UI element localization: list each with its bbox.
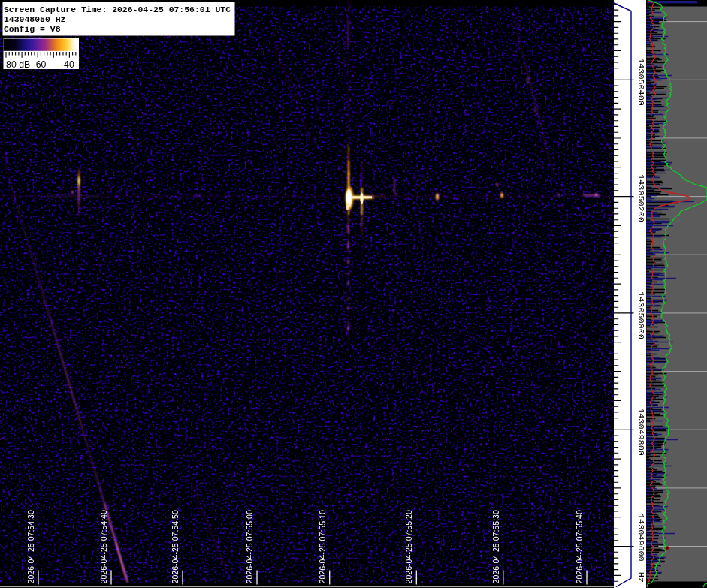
svg-text:2026-04-25 07:55:10: 2026-04-25 07:55:10 <box>318 510 327 583</box>
svg-text:2026-04-25 07:54:50: 2026-04-25 07:54:50 <box>171 510 180 583</box>
svg-text:143050400: 143050400 <box>636 58 646 106</box>
svg-text:2026-04-25 07:54:40: 2026-04-25 07:54:40 <box>99 510 108 583</box>
svg-text:-40: -40 <box>61 59 74 70</box>
svg-text:Config = V8: Config = V8 <box>4 24 61 34</box>
svg-text:143049600 Hz: 143049600 Hz <box>636 514 646 583</box>
svg-text:Screen Capture Time: 2026-04-2: Screen Capture Time: 2026-04-25 07:56:01… <box>4 5 231 14</box>
svg-text:143048050 Hz: 143048050 Hz <box>4 14 65 24</box>
svg-text:2026-04-25 07:55:20: 2026-04-25 07:55:20 <box>404 510 413 583</box>
svg-text:143050200: 143050200 <box>636 174 646 222</box>
svg-text:-80 dB -60: -80 dB -60 <box>3 59 47 70</box>
svg-text:2026-04-25 07:55:00: 2026-04-25 07:55:00 <box>245 510 254 583</box>
svg-text:143050000: 143050000 <box>636 291 646 339</box>
svg-text:2026-04-25 07:54:30: 2026-04-25 07:54:30 <box>26 510 35 583</box>
svg-text:143049800: 143049800 <box>636 408 646 456</box>
svg-text:2026-04-25 07:55:30: 2026-04-25 07:55:30 <box>491 510 500 583</box>
svg-text:2026-04-25 07:55:40: 2026-04-25 07:55:40 <box>575 510 584 583</box>
